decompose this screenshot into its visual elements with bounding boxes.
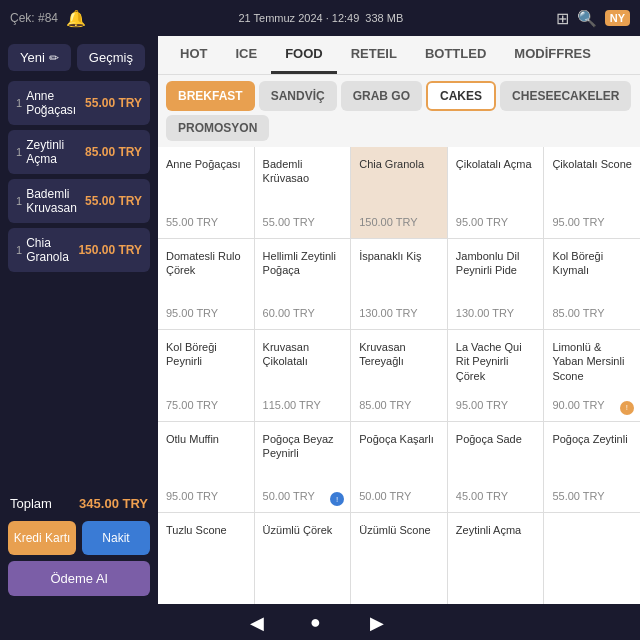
payment-button[interactable]: Ödeme Al: [8, 561, 150, 596]
right-panel: HOT ICE FOOD RETEIL BOTTLED MODİFFRES BR…: [158, 36, 640, 604]
total-amount: 345.00 TRY: [79, 496, 148, 511]
order-item-price-2: 55.00 TRY: [85, 194, 142, 208]
nav-left-icon[interactable]: ◀: [250, 612, 270, 632]
credit-card-label: Kredi Kartı: [14, 531, 71, 545]
category-tabs: HOT ICE FOOD RETEIL BOTTLED MODİFFRES: [158, 36, 640, 75]
subtab-cheseecakeler[interactable]: CHESEECAKELER: [500, 81, 631, 111]
pencil-icon: ✏: [49, 51, 59, 65]
top-bar: Çek: #84 🔔 21 Temmuz 2024 · 12:49 338 MB…: [0, 0, 640, 36]
top-bar-right: ⊞ 🔍 NY: [556, 9, 630, 28]
left-panel: Yeni ✏ Geçmiş 1 Anne Poğaçası 55.00 TRY …: [0, 36, 158, 604]
grid-icon[interactable]: ⊞: [556, 9, 569, 28]
order-list: 1 Anne Poğaçası 55.00 TRY 1 Zeytinli Açm…: [8, 81, 150, 482]
cash-label: Nakit: [102, 531, 129, 545]
tab-food[interactable]: FOOD: [271, 36, 337, 74]
total-label: Toplam: [10, 496, 52, 511]
new-button-label: Yeni: [20, 50, 45, 65]
cash-button[interactable]: Nakit: [82, 521, 150, 555]
main-content: Yeni ✏ Geçmiş 1 Anne Poğaçası 55.00 TRY …: [0, 36, 640, 604]
product-9[interactable]: Kol Böreği Kıymalı 85.00 TRY: [544, 239, 640, 330]
product-14[interactable]: Limonlü & Yaban Mersinli Scone 90.00 TRY…: [544, 330, 640, 421]
datetime-label: 21 Temmuz 2024 · 12:49: [238, 12, 359, 24]
nav-center-icon[interactable]: ●: [310, 612, 330, 632]
history-button-label: Geçmiş: [89, 50, 133, 65]
order-item-price-0: 55.00 TRY: [85, 96, 142, 110]
sub-tabs: BREKFAST SANDVİÇ GRAB GO CAKES CHESEECAK…: [158, 75, 640, 147]
payment-label: Ödeme Al: [50, 571, 107, 586]
product-7[interactable]: İspanaklı Kiş 130.00 TRY: [351, 239, 447, 330]
ny-badge: NY: [605, 10, 630, 26]
bell-icon[interactable]: 🔔: [66, 9, 86, 28]
product-1[interactable]: Bademli Krüvasao 55.00 TRY: [255, 147, 351, 238]
product-24: [544, 513, 640, 604]
product-16[interactable]: Poğoça Beyaz Peynirli 50.00 TRY !: [255, 422, 351, 513]
orange-badge: !: [620, 401, 634, 415]
tab-reteil[interactable]: RETEIL: [337, 36, 411, 74]
subtab-cakes[interactable]: CAKES: [426, 81, 496, 111]
order-item-name-2: Bademli Kruvasan: [26, 187, 85, 215]
order-item-2[interactable]: 1 Bademli Kruvasan 55.00 TRY: [8, 179, 150, 223]
subtab-promosyon[interactable]: PROMOSYON: [166, 115, 269, 141]
new-button[interactable]: Yeni ✏: [8, 44, 71, 71]
top-bar-left: Çek: #84 🔔: [10, 9, 86, 28]
product-17[interactable]: Poğoça Kaşarlı 50.00 TRY: [351, 422, 447, 513]
product-13[interactable]: La Vache Qui Rit Peynirli Çörek 95.00 TR…: [448, 330, 544, 421]
tab-hot[interactable]: HOT: [166, 36, 221, 74]
order-item-0[interactable]: 1 Anne Poğaçası 55.00 TRY: [8, 81, 150, 125]
product-21[interactable]: Üzümlü Çörek: [255, 513, 351, 604]
order-item-price-1: 85.00 TRY: [85, 145, 142, 159]
blue-badge: !: [330, 492, 344, 506]
product-0[interactable]: Anne Poğaçası 55.00 TRY: [158, 147, 254, 238]
tab-modiffres[interactable]: MODİFFRES: [500, 36, 605, 74]
history-button[interactable]: Geçmiş: [77, 44, 145, 71]
subtab-sandvic[interactable]: SANDVİÇ: [259, 81, 337, 111]
product-19[interactable]: Poğoça Zeytinli 55.00 TRY: [544, 422, 640, 513]
order-item-3[interactable]: 1 Chia Granola 150.00 TRY: [8, 228, 150, 272]
product-18[interactable]: Poğoça Sade 45.00 TRY: [448, 422, 544, 513]
product-10[interactable]: Kol Böreği Peynirli 75.00 TRY: [158, 330, 254, 421]
product-23[interactable]: Zeytinli Açma: [448, 513, 544, 604]
subtab-brekfast[interactable]: BREKFAST: [166, 81, 255, 111]
product-20[interactable]: Tuzlu Scone: [158, 513, 254, 604]
bottom-nav: ◀ ● ▶: [0, 604, 640, 640]
product-8[interactable]: Jambonlu Dil Peynirli Pide 130.00 TRY: [448, 239, 544, 330]
subtab-grab-go[interactable]: GRAB GO: [341, 81, 422, 111]
tab-ice[interactable]: ICE: [221, 36, 271, 74]
product-12[interactable]: Kruvasan Tereyağlı 85.00 TRY: [351, 330, 447, 421]
product-3[interactable]: Çikolatalı Açma 95.00 TRY: [448, 147, 544, 238]
left-panel-header: Yeni ✏ Geçmiş: [8, 44, 150, 71]
order-item-1[interactable]: 1 Zeytinli Açma 85.00 TRY: [8, 130, 150, 174]
search-icon[interactable]: 🔍: [577, 9, 597, 28]
product-2[interactable]: Chia Granola 150.00 TRY: [351, 147, 447, 238]
total-row: Toplam 345.00 TRY: [8, 492, 150, 515]
product-15[interactable]: Otlu Muffin 95.00 TRY: [158, 422, 254, 513]
check-label: Çek: #84: [10, 11, 58, 25]
product-11[interactable]: Kruvasan Çikolatalı 115.00 TRY: [255, 330, 351, 421]
order-item-price-3: 150.00 TRY: [78, 243, 142, 257]
order-item-name-1: Zeytinli Açma: [26, 138, 85, 166]
payment-buttons: Kredi Kartı Nakit: [8, 521, 150, 555]
credit-card-button[interactable]: Kredi Kartı: [8, 521, 76, 555]
products-grid: Anne Poğaçası 55.00 TRY Bademli Krüvasao…: [158, 147, 640, 604]
storage-label: 338 MB: [365, 12, 403, 24]
order-item-name-0: Anne Poğaçası: [26, 89, 85, 117]
product-6[interactable]: Hellimli Zeytinli Poğaça 60.00 TRY: [255, 239, 351, 330]
product-5[interactable]: Domatesli Rulo Çörek 95.00 TRY: [158, 239, 254, 330]
top-bar-center: 21 Temmuz 2024 · 12:49 338 MB: [238, 12, 403, 24]
order-item-name-3: Chia Granola: [26, 236, 78, 264]
product-4[interactable]: Çikolatalı Scone 95.00 TRY: [544, 147, 640, 238]
product-22[interactable]: Üzümlü Scone: [351, 513, 447, 604]
tab-bottled[interactable]: BOTTLED: [411, 36, 500, 74]
nav-right-icon[interactable]: ▶: [370, 612, 390, 632]
